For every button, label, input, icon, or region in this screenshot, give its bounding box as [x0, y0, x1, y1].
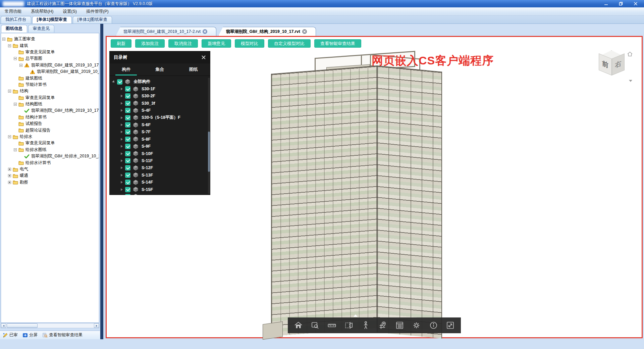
- component-checkbox[interactable]: [125, 86, 130, 92]
- component-checkbox[interactable]: [125, 137, 130, 142]
- collapsed-arrow-icon[interactable]: [121, 145, 123, 148]
- tree-horizontal-scrollbar[interactable]: [1, 323, 99, 328]
- collapsed-arrow-icon[interactable]: [121, 181, 123, 184]
- catalog-tab[interactable]: 图纸: [177, 63, 210, 76]
- tree-item[interactable]: 给排水: [1, 134, 99, 140]
- menu-item[interactable]: 常用功能: [0, 8, 26, 15]
- minimize-button[interactable]: [601, 1, 611, 7]
- toolbar-button[interactable]: 新增意见: [202, 39, 231, 48]
- component-checkbox[interactable]: [125, 93, 130, 99]
- close-button[interactable]: [631, 1, 641, 7]
- close-tab-icon[interactable]: [302, 29, 307, 34]
- close-icon[interactable]: [201, 55, 206, 60]
- scrollbar-thumb[interactable]: [7, 323, 38, 328]
- collapse-icon[interactable]: [19, 64, 22, 67]
- tree-item[interactable]: 结构图纸: [1, 101, 99, 107]
- component-item[interactable]: S30-1F: [109, 85, 210, 92]
- status-item[interactable]: 查看智能审查结果: [42, 332, 83, 338]
- main-tab[interactable]: 我的工作台: [1, 16, 31, 23]
- home-view-icon[interactable]: [627, 51, 633, 57]
- component-checkbox[interactable]: [125, 108, 130, 113]
- scroll-left-button[interactable]: [1, 323, 6, 328]
- scrollbar-track[interactable]: [6, 323, 94, 328]
- tree-item[interactable]: 审查意见回复单: [1, 49, 99, 55]
- status-item[interactable]: 分屏: [22, 332, 38, 338]
- collapse-icon[interactable]: [8, 44, 11, 47]
- collapsed-arrow-icon[interactable]: [121, 116, 123, 119]
- component-checkbox[interactable]: [125, 194, 130, 195]
- component-checkbox[interactable]: [125, 172, 130, 178]
- catalog-tab[interactable]: 集合: [143, 63, 176, 76]
- component-item[interactable]: S-10F: [109, 150, 210, 157]
- tree-item[interactable]: 翡翠湖别院_G8#_结构_2019_10_17. r: [1, 107, 99, 114]
- toolbar-button[interactable]: 查看智能审查结果: [314, 39, 361, 48]
- fullscreen-icon[interactable]: [446, 321, 455, 330]
- collapsed-arrow-icon[interactable]: [121, 109, 123, 112]
- component-item[interactable]: S-12F: [109, 164, 210, 171]
- left-panel-tab[interactable]: 图纸信息: [1, 25, 27, 33]
- tree-item[interactable]: 结构: [1, 88, 99, 94]
- document-tab[interactable]: 翡翠湖别院_G8#_建筑_2019_10_17-2.rvt: [116, 27, 216, 36]
- collapsed-arrow-icon[interactable]: [121, 95, 123, 97]
- toolbar-button[interactable]: 模型对比: [235, 39, 264, 48]
- expand-icon[interactable]: [8, 168, 11, 171]
- collapsed-arrow-icon[interactable]: [121, 102, 123, 105]
- component-item[interactable]: S-7F: [109, 129, 210, 136]
- collapsed-arrow-icon[interactable]: [121, 159, 123, 162]
- component-checkbox[interactable]: [125, 151, 130, 156]
- component-item[interactable]: S-14F: [109, 179, 210, 186]
- collapse-icon[interactable]: [8, 135, 11, 138]
- document-tab[interactable]: 翡翠湖别院_G8#_结构_2019_10_17.rvt: [218, 27, 316, 36]
- component-checkbox[interactable]: [125, 115, 130, 120]
- home-icon[interactable]: [294, 321, 303, 330]
- collapse-icon[interactable]: [14, 148, 17, 151]
- component-item[interactable]: S-9F: [109, 143, 210, 150]
- tree-item[interactable]: 建筑图纸: [1, 75, 99, 81]
- tree-item[interactable]: 翡翠湖别院_G8#_建筑_2019_10_17. r: [1, 62, 99, 68]
- expand-icon[interactable]: [8, 181, 11, 184]
- map-pin-icon[interactable]: [378, 321, 387, 330]
- main-tab[interactable]: [单体1]模型审查: [32, 16, 72, 23]
- component-checkbox[interactable]: [117, 79, 122, 85]
- component-item[interactable]: S-11F: [109, 157, 210, 164]
- info-icon[interactable]: [429, 321, 438, 330]
- collapsed-arrow-icon[interactable]: [121, 131, 123, 133]
- component-item[interactable]: S30_3f: [109, 100, 210, 107]
- tree-item[interactable]: 建筑: [1, 42, 99, 49]
- tree-item[interactable]: 给排水计算书: [1, 159, 99, 166]
- tree-item[interactable]: 节能计算书: [1, 82, 99, 88]
- component-item[interactable]: S-15F: [109, 186, 210, 193]
- toolbar-button[interactable]: 取消批注: [168, 39, 198, 48]
- zoom-area-icon[interactable]: [311, 321, 320, 330]
- component-item[interactable]: S30-5（5-18平面）F: [109, 114, 210, 121]
- tree-item[interactable]: 电气: [1, 166, 99, 172]
- ruler-icon[interactable]: [327, 321, 336, 330]
- properties-list-icon[interactable]: [395, 321, 404, 330]
- tree-item[interactable]: 结构计算书: [1, 114, 99, 120]
- component-item[interactable]: S-4F: [109, 107, 210, 114]
- collapsed-arrow-icon[interactable]: [121, 188, 123, 191]
- component-checkbox[interactable]: [125, 122, 130, 128]
- component-checkbox[interactable]: [125, 101, 130, 106]
- menu-item[interactable]: 插件管理(P): [82, 8, 113, 15]
- menu-item[interactable]: 设置(S): [58, 8, 82, 15]
- collapsed-arrow-icon[interactable]: [121, 123, 123, 126]
- expanded-arrow-icon[interactable]: [112, 80, 115, 84]
- catalog-scrollbar[interactable]: [208, 78, 210, 194]
- section-icon[interactable]: [344, 321, 354, 330]
- component-checkbox[interactable]: [125, 165, 130, 170]
- toolbar-button[interactable]: 添加批注: [135, 39, 165, 48]
- tree-item[interactable]: 翡翠湖别院_G8#_给排水_2019_10_17: [1, 153, 99, 159]
- tree-item[interactable]: 翡翠湖别院_G8#_建筑_2019_10_1: [1, 68, 99, 75]
- expand-icon[interactable]: [8, 174, 11, 177]
- main-tab[interactable]: [单体1]图纸审查: [73, 16, 112, 23]
- collapse-icon[interactable]: [14, 57, 17, 60]
- collapse-icon[interactable]: [14, 103, 17, 106]
- component-checkbox[interactable]: [125, 158, 130, 163]
- component-checkbox[interactable]: [125, 187, 130, 192]
- component-item[interactable]: S-16F: [109, 193, 210, 195]
- panel-splitter-scrollbar[interactable]: [100, 24, 103, 339]
- tree-item[interactable]: 审查意见回复单: [1, 140, 99, 146]
- collapsed-arrow-icon[interactable]: [121, 138, 123, 141]
- navigation-cube[interactable]: 前 右: [596, 50, 633, 87]
